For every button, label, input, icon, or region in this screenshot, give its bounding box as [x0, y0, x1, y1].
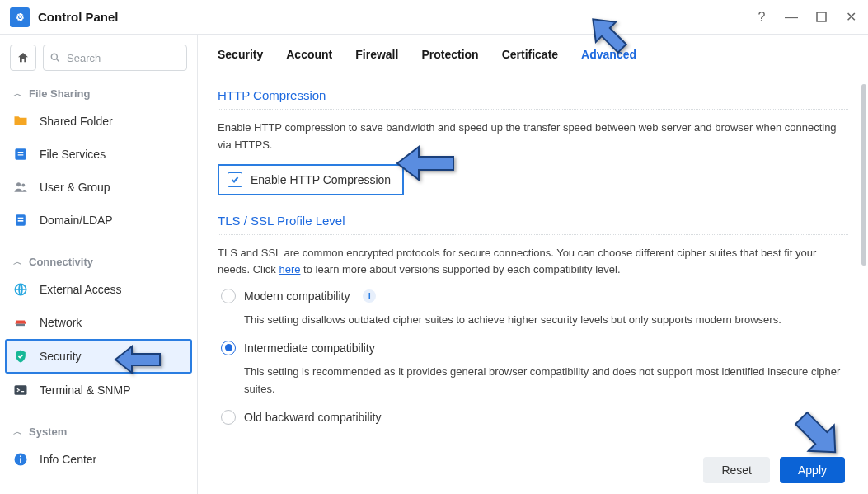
sidebar-item-security[interactable]: Security: [5, 339, 192, 374]
chevron-up-icon: ︿: [13, 87, 22, 100]
main-panel: Security Account Firewall Protection Cer…: [198, 35, 868, 494]
radio-input[interactable]: [221, 341, 236, 355]
sidebar-item-label: File Services: [40, 148, 106, 161]
help-button[interactable]: ?: [754, 10, 769, 25]
apply-button[interactable]: Apply: [780, 457, 845, 483]
file-services-icon: [12, 145, 30, 163]
scrollbar-thumb[interactable]: [861, 84, 866, 266]
sidebar-item-label: Network: [40, 316, 82, 329]
sidebar-item-network[interactable]: Network: [0, 306, 197, 339]
sidebar-item-label: Domain/LDAP: [40, 214, 113, 227]
titlebar: ⚙ Control Panel ? — ✕: [0, 0, 868, 35]
tab-account[interactable]: Account: [286, 48, 332, 73]
radio-label: Old backward compatibility: [244, 411, 382, 424]
radio-input[interactable]: [221, 289, 236, 303]
tabs: Security Account Firewall Protection Cer…: [198, 35, 868, 73]
sidebar-item-domain-ldap[interactable]: Domain/LDAP: [0, 204, 197, 237]
radio-label: Intermediate compatibility: [244, 341, 375, 355]
sidebar-item-file-services[interactable]: File Services: [0, 138, 197, 171]
sidebar-item-label: User & Group: [40, 181, 110, 194]
section-title-tls: TLS / SSL Profile Level: [218, 214, 848, 235]
svg-rect-3: [15, 148, 26, 159]
section-title-http-compression: HTTP Compression: [218, 88, 848, 110]
sidebar-item-user-group[interactable]: User & Group: [0, 171, 197, 204]
user-group-icon: [12, 178, 30, 196]
sidebar-item-label: Shared Folder: [40, 115, 113, 128]
group-label: Connectivity: [29, 256, 93, 268]
radio-intermediate-compatibility[interactable]: Intermediate compatibility: [221, 341, 848, 355]
content: HTTP Compression Enable HTTP compression…: [198, 73, 868, 445]
minimize-button[interactable]: —: [784, 10, 799, 25]
window-title: Control Panel: [38, 10, 119, 24]
svg-rect-8: [18, 220, 24, 222]
folder-icon: [12, 112, 30, 130]
tab-protection[interactable]: Protection: [421, 48, 478, 73]
tab-advanced[interactable]: Advanced: [581, 48, 636, 73]
svg-rect-13: [20, 458, 21, 463]
svg-rect-11: [15, 385, 27, 395]
footer: Reset Apply: [198, 445, 868, 494]
group-label: System: [29, 426, 67, 438]
home-button[interactable]: [10, 45, 36, 71]
info-icon: [12, 450, 30, 468]
terminal-icon: [12, 381, 30, 399]
search-input[interactable]: [43, 45, 187, 71]
section-desc-http-compression: Enable HTTP compression to save bandwidt…: [218, 120, 848, 154]
radio-desc-intermediate: This setting is recommended as it provid…: [221, 362, 848, 410]
enable-http-compression-checkbox[interactable]: [228, 172, 242, 187]
svg-point-14: [20, 455, 21, 457]
group-label: File Sharing: [29, 87, 90, 100]
sidebar-item-info-center[interactable]: Info Center: [0, 443, 197, 476]
svg-rect-0: [817, 12, 826, 21]
tab-security[interactable]: Security: [218, 48, 263, 73]
sidebar-item-label: External Access: [40, 283, 122, 296]
radio-desc-modern: This setting disallows outdated cipher s…: [221, 310, 848, 341]
radio-input[interactable]: [221, 410, 236, 425]
enable-http-compression-row[interactable]: Enable HTTP Compression: [218, 164, 404, 195]
svg-point-1: [51, 54, 57, 59]
sidebar: ︿ File Sharing Shared Folder File Servic…: [0, 35, 198, 494]
radio-old-backward-compatibility[interactable]: Old backward compatibility: [221, 410, 848, 425]
app-icon: ⚙: [10, 7, 30, 27]
enable-http-compression-label: Enable HTTP Compression: [251, 173, 391, 186]
tab-firewall[interactable]: Firewall: [355, 48, 398, 73]
sidebar-item-terminal-snmp[interactable]: Terminal & SNMP: [0, 374, 197, 407]
group-connectivity[interactable]: ︿ Connectivity: [0, 247, 197, 273]
svg-line-2: [57, 59, 59, 62]
domain-ldap-icon: [12, 211, 30, 229]
globe-icon: [12, 280, 30, 299]
sidebar-item-label: Security: [40, 350, 82, 363]
chevron-up-icon: ︿: [13, 426, 22, 438]
svg-rect-7: [18, 218, 24, 219]
tls-desc-after: to learn more about versions supported b…: [300, 263, 620, 275]
reset-button[interactable]: Reset: [703, 457, 770, 483]
sidebar-item-label: Info Center: [40, 453, 96, 466]
radio-label: Modern compatibility: [244, 289, 350, 303]
svg-point-4: [16, 182, 21, 186]
shield-icon: [12, 347, 30, 365]
group-system[interactable]: ︿ System: [0, 417, 197, 443]
tab-certificate[interactable]: Certificate: [502, 48, 558, 73]
section-desc-tls: TLS and SSL are common encrypted protoco…: [218, 245, 848, 280]
svg-point-5: [21, 184, 25, 187]
sidebar-item-external-access[interactable]: External Access: [0, 273, 197, 306]
info-icon[interactable]: i: [363, 289, 376, 303]
sidebar-item-shared-folder[interactable]: Shared Folder: [0, 105, 197, 138]
close-button[interactable]: ✕: [843, 10, 858, 25]
network-icon: [12, 313, 30, 332]
maximize-button[interactable]: [814, 10, 828, 25]
radio-modern-compatibility[interactable]: Modern compatibility i: [221, 289, 848, 303]
search-icon: [49, 52, 61, 64]
group-file-sharing[interactable]: ︿ File Sharing: [0, 79, 197, 105]
svg-rect-10: [16, 324, 25, 327]
tls-learn-more-link[interactable]: here: [279, 263, 300, 275]
sidebar-item-label: Terminal & SNMP: [40, 383, 130, 397]
chevron-up-icon: ︿: [13, 256, 22, 268]
